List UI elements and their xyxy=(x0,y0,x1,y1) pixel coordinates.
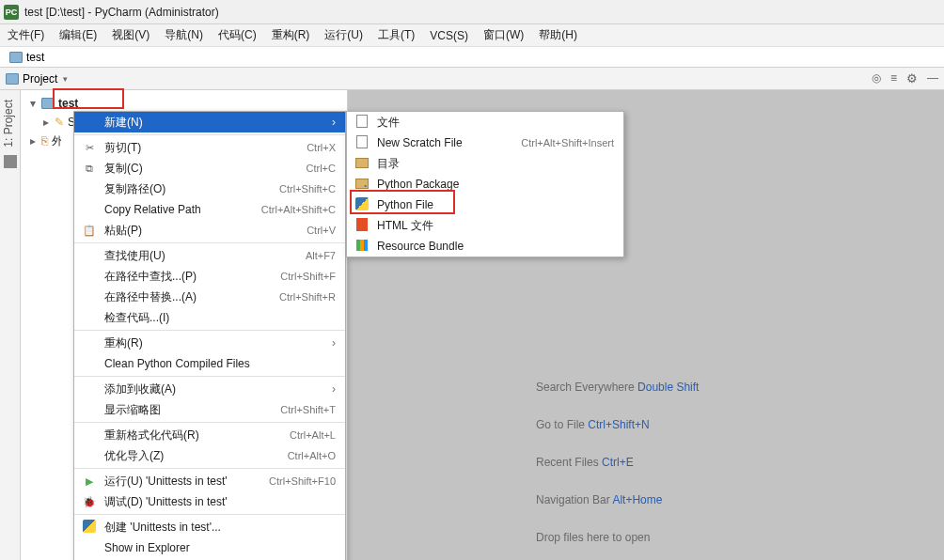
menu-item[interactable]: 窗口(W) xyxy=(483,27,524,43)
submenu-item[interactable]: Python Package xyxy=(347,174,623,194)
tree-root-row[interactable]: ▾ test xyxy=(28,94,347,113)
submenu-item[interactable]: 文件 xyxy=(347,112,623,132)
expand-arrow-icon[interactable]: ▸ xyxy=(41,116,51,129)
menu-item-label: 重构(R) xyxy=(104,335,143,351)
collapse-icon[interactable]: — xyxy=(927,71,938,86)
pycharm-logo-icon: PC xyxy=(4,5,19,20)
context-menu-item[interactable]: 显示缩略图Ctrl+Shift+T xyxy=(74,399,345,420)
menu-item-shortcut: Ctrl+Shift+F xyxy=(252,271,336,282)
menu-item-label: 显示缩略图 xyxy=(104,402,161,418)
breadcrumb[interactable]: test xyxy=(0,47,944,68)
menu-item-label: 检查代码...(I) xyxy=(104,310,169,326)
menu-item-shortcut: Ctrl+Alt+L xyxy=(261,429,336,441)
menu-item-shortcut: Ctrl+V xyxy=(278,225,336,236)
menu-item-label: 在路径中查找...(P) xyxy=(104,269,197,285)
menu-item-label: 调试(D) 'Unittests in test' xyxy=(104,494,228,510)
menu-item[interactable]: VCS(S) xyxy=(430,29,468,42)
menu-item[interactable]: 导航(N) xyxy=(165,27,203,43)
submenu-item[interactable]: HTML 文件 xyxy=(347,215,623,236)
submenu-item-label: Python File xyxy=(377,198,433,211)
expand-arrow-icon[interactable]: ▾ xyxy=(28,97,38,110)
editor-hint-line: Navigation Bar Alt+Home xyxy=(536,481,699,519)
menu-item-icon: ✂ xyxy=(82,142,97,154)
filter-icon[interactable]: ≡ xyxy=(890,71,897,86)
menu-item-label: 复制(C) xyxy=(104,161,143,177)
folder-icon xyxy=(6,73,19,85)
context-menu-item[interactable]: 复制路径(O)Ctrl+Shift+C xyxy=(74,179,345,199)
menu-item-icon: ⧉ xyxy=(82,163,97,175)
menu-item-icon: 🐞 xyxy=(82,496,97,508)
scratches-icon: ✎ xyxy=(55,116,64,129)
submenu-item-icon xyxy=(354,158,370,170)
autoscroll-icon[interactable]: ◎ xyxy=(872,71,881,86)
context-menu-item[interactable]: 重构(R)› xyxy=(74,333,345,353)
context-menu-item[interactable]: 📋粘贴(P)Ctrl+V xyxy=(74,220,345,241)
context-menu-item[interactable]: 优化导入(Z)Ctrl+Alt+O xyxy=(74,445,345,466)
submenu-item-label: Python Package xyxy=(377,178,459,191)
context-menu-item[interactable]: 重新格式化代码(R)Ctrl+Alt+L xyxy=(74,425,345,445)
menu-item-label: 创建 'Unittests in test'... xyxy=(104,520,221,536)
menu-item[interactable]: 工具(T) xyxy=(378,27,415,43)
submenu-item-label: New Scratch File xyxy=(377,136,463,149)
submenu-item[interactable]: Resource Bundle xyxy=(347,236,623,257)
menu-item-shortcut: Ctrl+Shift+R xyxy=(251,291,336,303)
menu-separator xyxy=(74,134,345,135)
breadcrumb-text: test xyxy=(26,51,44,64)
context-menu-item[interactable]: ▶运行(U) 'Unittests in test'Ctrl+Shift+F10 xyxy=(74,471,345,491)
submenu-item-icon xyxy=(354,240,370,253)
context-menu-item[interactable]: 新建(N)› xyxy=(74,112,345,132)
context-menu-item[interactable]: 检查代码...(I) xyxy=(74,307,345,328)
menu-item-shortcut: Ctrl+Alt+Shift+C xyxy=(233,204,336,215)
submenu-item-label: Resource Bundle xyxy=(377,240,464,253)
menu-item-label: 在路径中替换...(A) xyxy=(104,289,197,305)
submenu-item[interactable]: New Scratch FileCtrl+Alt+Shift+Insert xyxy=(347,132,623,153)
context-menu-item[interactable]: Show in Explorer xyxy=(74,537,345,558)
menu-item-shortcut: Alt+F7 xyxy=(277,250,336,261)
tree-item-label: 外部库 xyxy=(52,133,61,149)
submenu-item-icon xyxy=(354,115,370,130)
project-pane-title[interactable]: Project xyxy=(23,72,57,86)
context-menu-item[interactable]: ⧉复制(C)Ctrl+C xyxy=(74,158,345,179)
context-menu-item[interactable]: 查找使用(U)Alt+F7 xyxy=(74,245,345,266)
structure-tool-icon[interactable] xyxy=(4,155,17,168)
context-menu-item[interactable]: 在路径中查找...(P)Ctrl+Shift+F xyxy=(74,266,345,287)
menu-item[interactable]: 运行(U) xyxy=(324,27,363,43)
context-menu-item[interactable]: 在路径中替换...(A)Ctrl+Shift+R xyxy=(74,287,345,307)
menu-item-shortcut: Ctrl+Alt+O xyxy=(260,450,336,461)
menu-item-label: 重新格式化代码(R) xyxy=(104,428,199,443)
editor-hint-line: Search Everywhere Double Shift xyxy=(536,368,699,406)
menu-item-shortcut: Ctrl+C xyxy=(278,163,336,174)
editor-hint-line: Recent Files Ctrl+E xyxy=(536,443,699,481)
submenu-item[interactable]: Python File xyxy=(347,194,623,215)
menu-item-label: Clean Python Compiled Files xyxy=(104,357,250,370)
gear-icon[interactable]: ⚙ xyxy=(906,71,918,86)
context-menu-item[interactable]: Copy Relative PathCtrl+Alt+Shift+C xyxy=(74,199,345,220)
expand-arrow-icon[interactable]: ▸ xyxy=(28,134,38,148)
editor-hints: Search Everywhere Double ShiftGo to File… xyxy=(536,368,699,556)
context-menu-item[interactable]: ✂剪切(T)Ctrl+X xyxy=(74,137,345,158)
menu-item-label: 查找使用(U) xyxy=(104,248,165,264)
menu-item[interactable]: 代码(C) xyxy=(218,27,257,43)
menu-item[interactable]: 重构(R) xyxy=(272,27,310,43)
menu-item[interactable]: 文件(F) xyxy=(8,27,44,43)
menu-item[interactable]: 编辑(E) xyxy=(59,27,97,43)
submenu-item[interactable]: 目录 xyxy=(347,153,623,174)
tree-root-name: test xyxy=(58,97,78,110)
context-menu-item[interactable]: 创建 'Unittests in test'... xyxy=(74,517,345,537)
context-menu-item[interactable]: 添加到收藏(A)› xyxy=(74,379,345,399)
menu-item[interactable]: 视图(V) xyxy=(112,27,149,43)
menu-separator xyxy=(74,330,345,331)
chevron-down-icon[interactable]: ▾ xyxy=(63,74,68,84)
editor-hint-line: Drop files here to open xyxy=(536,519,699,556)
project-tool-tab[interactable]: 1: Project xyxy=(0,96,17,151)
menu-separator xyxy=(74,468,345,469)
context-menu-item[interactable]: Clean Python Compiled Files xyxy=(74,353,345,374)
new-submenu: 文件New Scratch FileCtrl+Alt+Shift+Insert目… xyxy=(346,111,624,257)
window-title: test [D:\test] - PyCharm (Administrator) xyxy=(24,6,219,19)
editor-hint-line: Go to File Ctrl+Shift+N xyxy=(536,406,699,443)
menu-item[interactable]: 帮助(H) xyxy=(539,27,577,43)
menu-item-shortcut: Ctrl+Shift+C xyxy=(251,183,336,194)
menu-separator xyxy=(74,514,345,515)
context-menu-item[interactable]: 🐞调试(D) 'Unittests in test' xyxy=(74,491,345,512)
submenu-item-label: 目录 xyxy=(377,156,400,172)
